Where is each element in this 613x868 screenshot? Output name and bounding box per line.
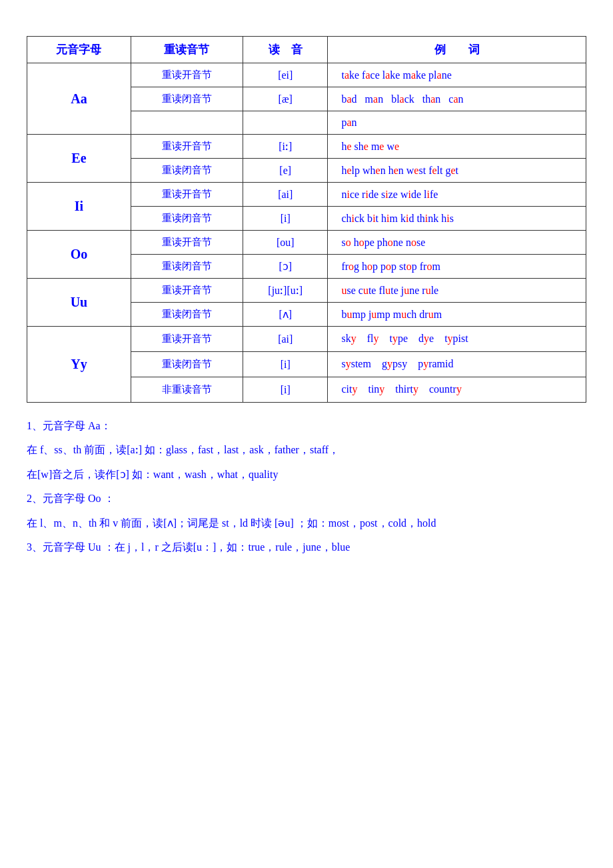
syllable-open-ee: 重读开音节 bbox=[131, 135, 243, 159]
examples-oo-open: so hope phone nose bbox=[328, 231, 586, 255]
syllable-closed-oo: 重读闭音节 bbox=[131, 255, 243, 279]
letter-ee: Ee bbox=[27, 135, 131, 183]
phonetic-aa-closed: [æ] bbox=[243, 87, 328, 111]
phonetic-ii-open: [ai] bbox=[243, 183, 328, 207]
phonetic-ii-closed: [i] bbox=[243, 207, 328, 231]
table-row: Uu 重读开音节 [juː][uː] use cute flute june r… bbox=[27, 279, 586, 303]
syllable-closed-yy: 重读闭音节 bbox=[131, 352, 243, 377]
note-2a: 在 l、m、n、th 和 v 前面，读[ʌ]；词尾是 st，ld 时读 [əu]… bbox=[27, 513, 586, 533]
note-3: 3、元音字母 Uu ：在 j，l，r 之后读[u：]，如：true，rule，j… bbox=[27, 537, 586, 557]
table-row: Yy 重读开音节 [ai] sky fly type dye typist bbox=[27, 327, 586, 352]
examples-ii-closed: chick bit him kid think his bbox=[328, 207, 586, 231]
phonetic-oo-closed: [ɔ] bbox=[243, 255, 328, 279]
phonetic-yy-unstress: [i] bbox=[243, 377, 328, 403]
table-row: Ii 重读开音节 [ai] nice ride size wide life bbox=[27, 183, 586, 207]
syllable-open-yy: 重读开音节 bbox=[131, 327, 243, 352]
letter-ii: Ii bbox=[27, 183, 131, 231]
empty-phonetic-aa bbox=[243, 111, 328, 135]
examples-ee-open: he she me we bbox=[328, 135, 586, 159]
examples-oo-closed: frog hop pop stop from bbox=[328, 255, 586, 279]
letter-uu: Uu bbox=[27, 279, 131, 327]
letter-oo: Oo bbox=[27, 231, 131, 279]
table-row: Oo 重读开音节 [ou] so hope phone nose bbox=[27, 231, 586, 255]
phonetic-aa-open: [ei] bbox=[243, 63, 328, 87]
syllable-unstress-yy: 非重读音节 bbox=[131, 377, 243, 403]
syllable-closed-ee: 重读闭音节 bbox=[131, 159, 243, 183]
phonetic-oo-open: [ou] bbox=[243, 231, 328, 255]
phonetic-uu-open: [juː][uː] bbox=[243, 279, 328, 303]
col-header-phonetic: 读 音 bbox=[243, 37, 328, 63]
note-1a: 在 f、ss、th 前面，读[aː] 如：glass，fast，last，ask… bbox=[27, 440, 586, 460]
examples-uu-closed: bump jump much drum bbox=[328, 303, 586, 327]
phonetic-ee-open: [iː] bbox=[243, 135, 328, 159]
col-header-syllable: 重读音节 bbox=[131, 37, 243, 63]
syllable-closed-uu: 重读闭音节 bbox=[131, 303, 243, 327]
examples-aa-closed: bad man black than can bbox=[328, 87, 586, 111]
note-2-title: 2、元音字母 Oo ： bbox=[27, 489, 586, 509]
syllable-closed-aa: 重读闭音节 bbox=[131, 87, 243, 111]
examples-ee-closed: help when hen west felt get bbox=[328, 159, 586, 183]
note-1b: 在[w]音之后，读作[ɔ] 如：want，wash，what，quality bbox=[27, 465, 586, 485]
phonetic-yy-closed: [i] bbox=[243, 352, 328, 377]
examples-yy-unstress: city tiny thirty country bbox=[328, 377, 586, 403]
examples-ii-open: nice ride size wide life bbox=[328, 183, 586, 207]
table-row: Aa 重读开音节 [ei] take face lake make plane bbox=[27, 63, 586, 87]
syllable-open-oo: 重读开音节 bbox=[131, 231, 243, 255]
phonetic-yy-open: [ai] bbox=[243, 327, 328, 352]
examples-yy-closed: system gypsy pyramid bbox=[328, 352, 586, 377]
empty-syllable-aa bbox=[131, 111, 243, 135]
col-header-letter: 元音字母 bbox=[27, 37, 131, 63]
examples-uu-open: use cute flute june rule bbox=[328, 279, 586, 303]
phonetics-table: 元音字母 重读音节 读 音 例 词 Aa 重读开音节 [ei] take fac… bbox=[27, 36, 586, 403]
phonetic-ee-closed: [e] bbox=[243, 159, 328, 183]
note-1-title: 1、元音字母 Aa： bbox=[27, 416, 586, 436]
phonetic-uu-closed: [ʌ] bbox=[243, 303, 328, 327]
syllable-open-uu: 重读开音节 bbox=[131, 279, 243, 303]
examples-aa-extra: pan bbox=[328, 111, 586, 135]
col-header-examples: 例 词 bbox=[328, 37, 586, 63]
letter-aa: Aa bbox=[27, 63, 131, 135]
syllable-open-ii: 重读开音节 bbox=[131, 183, 243, 207]
examples-yy-open: sky fly type dye typist bbox=[328, 327, 586, 352]
table-row: Ee 重读开音节 [iː] he she me we bbox=[27, 135, 586, 159]
notes-section: 1、元音字母 Aa： 在 f、ss、th 前面，读[aː] 如：glass，fa… bbox=[27, 416, 586, 557]
examples-aa-open: take face lake make plane bbox=[328, 63, 586, 87]
syllable-closed-ii: 重读闭音节 bbox=[131, 207, 243, 231]
letter-yy: Yy bbox=[27, 327, 131, 403]
syllable-open-aa: 重读开音节 bbox=[131, 63, 243, 87]
